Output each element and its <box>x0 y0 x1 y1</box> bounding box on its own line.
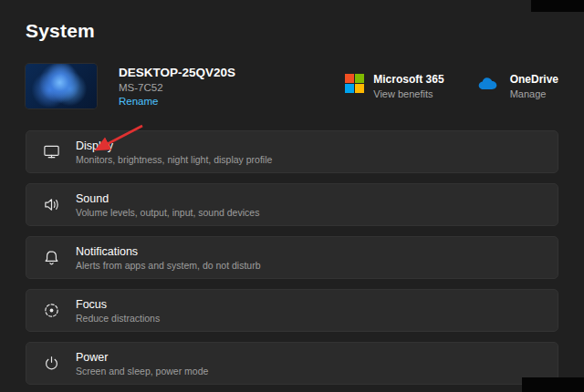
device-wallpaper-thumbnail <box>26 64 97 108</box>
display-icon <box>43 143 60 160</box>
view-benefits-link[interactable]: View benefits <box>373 88 443 99</box>
row-label: Display <box>76 139 272 152</box>
power-icon <box>43 355 60 372</box>
page-title: System <box>26 20 558 42</box>
focus-icon <box>43 302 60 319</box>
row-description: Reduce distractions <box>76 313 160 324</box>
row-description: Volume levels, output, input, sound devi… <box>76 207 259 218</box>
row-label: Sound <box>76 192 259 205</box>
sound-icon <box>43 196 60 213</box>
onedrive-cloud-icon <box>477 75 501 91</box>
onedrive-promo: OneDrive Manage <box>477 73 558 99</box>
device-header: DESKTOP-25QV20S MS-7C52 Rename Microsoft… <box>26 64 558 108</box>
screen-corner-artifact-top <box>531 0 584 12</box>
microsoft365-promo: Microsoft 365 View benefits <box>345 73 443 99</box>
row-description: Alerts from apps and system, do not dist… <box>76 260 261 271</box>
screen-corner-artifact-bottom <box>522 377 584 392</box>
rename-link[interactable]: Rename <box>119 96 158 107</box>
row-label: Power <box>76 351 208 364</box>
device-info: DESKTOP-25QV20S MS-7C52 Rename <box>119 66 235 107</box>
manage-link[interactable]: Manage <box>510 88 558 99</box>
row-label: Notifications <box>76 245 261 258</box>
row-description: Monitors, brightness, night light, displ… <box>76 154 272 165</box>
settings-row-notifications[interactable]: Notifications Alerts from apps and syste… <box>26 236 558 279</box>
settings-list: Display Monitors, brightness, night ligh… <box>26 130 558 385</box>
microsoft-logo-icon <box>345 74 364 93</box>
device-model: MS-7C52 <box>119 82 235 93</box>
settings-page: System DESKTOP-25QV20S MS-7C52 Rename Mi… <box>0 0 584 385</box>
settings-row-display[interactable]: Display Monitors, brightness, night ligh… <box>26 130 558 173</box>
settings-row-power[interactable]: Power Screen and sleep, power mode <box>26 342 558 385</box>
settings-row-focus[interactable]: Focus Reduce distractions <box>26 289 558 332</box>
notifications-icon <box>43 249 60 266</box>
microsoft365-title: Microsoft 365 <box>373 73 443 86</box>
device-name: DESKTOP-25QV20S <box>119 66 235 79</box>
settings-row-sound[interactable]: Sound Volume levels, output, input, soun… <box>26 183 558 226</box>
row-label: Focus <box>76 298 160 311</box>
onedrive-title: OneDrive <box>510 73 558 86</box>
row-description: Screen and sleep, power mode <box>76 366 208 377</box>
